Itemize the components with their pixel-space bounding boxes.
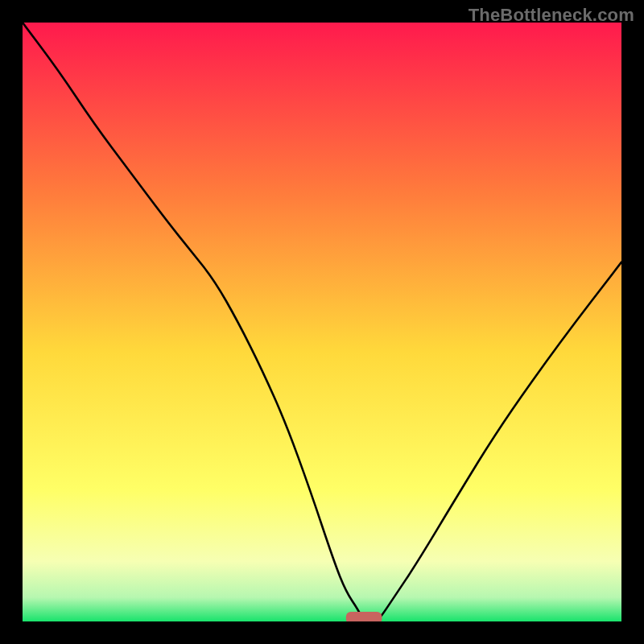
plot-area: [23, 23, 621, 621]
gradient-background: [23, 23, 621, 621]
watermark-text: TheBottleneck.com: [469, 5, 634, 26]
chart-frame: TheBottleneck.com: [0, 0, 644, 644]
chart-svg: [23, 23, 621, 621]
optimal-marker: [346, 612, 382, 621]
